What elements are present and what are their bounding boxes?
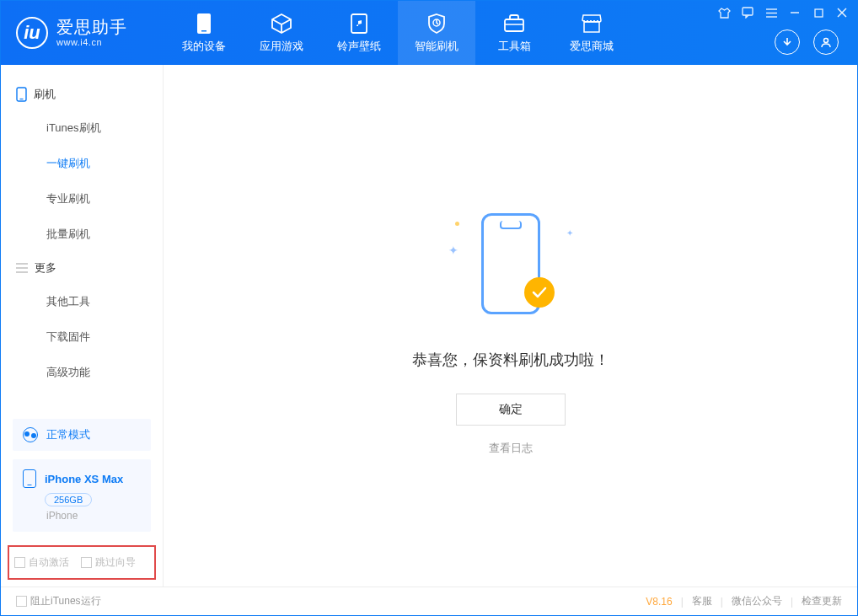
sidebar-item-itunes-flash[interactable]: iTunes刷机 [1,110,163,146]
sidebar-item-download-firmware[interactable]: 下载固件 [1,319,163,355]
nav-tab-device[interactable]: 我的设备 [165,1,243,65]
support-link[interactable]: 客服 [692,594,712,608]
store-icon [581,13,603,35]
header-right [775,29,839,55]
toolbox-icon [503,13,525,35]
view-log-link[interactable]: 查看日志 [489,441,533,456]
music-icon [348,13,370,35]
skip-guide-checkbox[interactable]: 跳过向导 [81,555,136,570]
svg-rect-6 [584,22,599,32]
svg-rect-7 [743,8,753,15]
version-label: V8.16 [646,596,672,608]
maximize-button[interactable] [812,6,825,19]
feedback-icon[interactable] [741,6,754,19]
download-button[interactable] [775,29,800,55]
nav-tab-apps[interactable]: 应用游戏 [243,1,320,65]
sidebar-options-highlight: 自动激活 跳过向导 [8,545,156,580]
sidebar-item-oneclick-flash[interactable]: 一键刷机 [1,146,163,181]
phone-small-icon [16,87,27,102]
device-icon [193,13,215,35]
wechat-link[interactable]: 微信公众号 [732,594,782,608]
app-subtitle: www.i4.cn [56,37,127,48]
nav-tab-store[interactable]: 爱思商城 [553,1,630,65]
list-icon [16,263,28,273]
success-message: 恭喜您，保资料刷机成功啦！ [412,350,609,370]
nav-label: 智能刷机 [415,39,458,54]
app-window: iu 爱思助手 www.i4.cn 我的设备 应用游戏 [0,0,858,616]
sidebar-item-advanced[interactable]: 高级功能 [1,355,163,390]
device-name: iPhone XS Max [45,473,123,485]
user-button[interactable] [813,29,839,55]
auto-activate-checkbox[interactable]: 自动激活 [14,555,69,570]
svg-point-15 [824,39,829,43]
device-storage: 256GB [45,493,92,506]
close-button[interactable] [835,6,849,19]
nav-label: 我的设备 [182,39,226,54]
svg-rect-4 [505,19,523,31]
check-update-link[interactable]: 检查更新 [802,594,842,608]
sidebar-group-more: 更多 [1,252,163,284]
nav-label: 铃声壁纸 [337,39,381,54]
sidebar-item-batch-flash[interactable]: 批量刷机 [1,217,163,252]
sidebar-footer: 正常模式 iPhone XS Max 256GB iPhone [1,410,163,542]
check-badge-icon [524,277,555,308]
nav-label: 应用游戏 [260,39,303,54]
svg-rect-1 [201,30,206,32]
nav-tab-toolbox[interactable]: 工具箱 [475,1,553,65]
nav-tab-flash[interactable]: 智能刷机 [398,1,475,65]
nav-tabs: 我的设备 应用游戏 铃声壁纸 智能刷机 [165,1,630,65]
sidebar: 刷机 iTunes刷机 一键刷机 专业刷机 批量刷机 更多 其他工具 下载固件 … [1,65,164,587]
title-controls [717,6,849,19]
nav-label: 工具箱 [498,39,531,54]
minimize-button[interactable] [788,6,802,19]
ok-button[interactable]: 确定 [456,394,566,426]
app-title: 爱思助手 [56,17,127,37]
logo-area: iu 爱思助手 www.i4.cn [1,17,165,49]
mode-icon [23,427,38,442]
nav-tab-ringtones[interactable]: 铃声壁纸 [320,1,398,65]
dot-icon [455,222,459,226]
mode-card[interactable]: 正常模式 [13,419,151,451]
statusbar: 阻止iTunes运行 V8.16 | 客服 | 微信公众号 | 检查更新 [1,587,857,615]
logo-icon: iu [16,17,48,49]
nav-label: 爱思商城 [570,39,614,54]
cube-icon [271,13,292,35]
sparkle-icon: ✦ [566,228,573,238]
header: iu 爱思助手 www.i4.cn 我的设备 应用游戏 [1,1,857,65]
main-content: ✦ ✦ 恭喜您，保资料刷机成功啦！ 确定 查看日志 [164,65,857,587]
device-type: iPhone [46,510,141,522]
menu-icon[interactable] [764,6,778,19]
sidebar-item-pro-flash[interactable]: 专业刷机 [1,181,163,217]
shield-icon [426,13,448,35]
sparkle-icon: ✦ [448,244,458,257]
device-small-icon [23,469,36,488]
svg-rect-12 [815,9,823,17]
block-itunes-checkbox[interactable]: 阻止iTunes运行 [16,594,101,608]
body: 刷机 iTunes刷机 一键刷机 专业刷机 批量刷机 更多 其他工具 下载固件 … [1,65,857,587]
sidebar-group-flash: 刷机 [1,78,163,110]
success-illustration: ✦ ✦ [426,196,595,331]
sidebar-item-other-tools[interactable]: 其他工具 [1,284,163,319]
shirt-icon[interactable] [717,6,731,19]
mode-text: 正常模式 [46,427,90,442]
device-card[interactable]: iPhone XS Max 256GB iPhone [13,459,151,532]
